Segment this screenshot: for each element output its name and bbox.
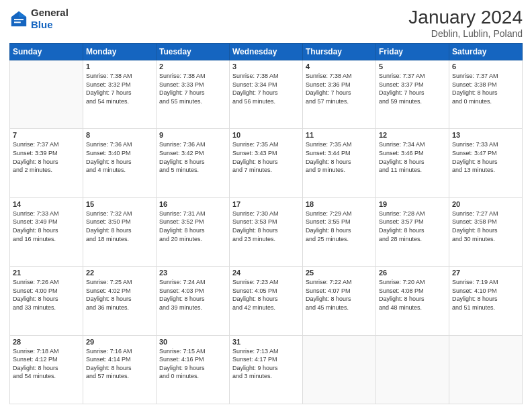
- day-cell: 24Sunrise: 7:23 AM Sunset: 4:05 PM Dayli…: [230, 267, 303, 335]
- day-number: 28: [13, 338, 80, 346]
- day-cell: 19Sunrise: 7:28 AM Sunset: 3:57 PM Dayli…: [376, 197, 449, 266]
- day-info: Sunrise: 7:35 AM Sunset: 3:43 PM Dayligh…: [232, 140, 300, 174]
- day-cell: 11Sunrise: 7:35 AM Sunset: 3:44 PM Dayli…: [303, 129, 376, 197]
- day-cell: 10Sunrise: 7:35 AM Sunset: 3:43 PM Dayli…: [230, 129, 303, 197]
- day-cell: 20Sunrise: 7:27 AM Sunset: 3:58 PM Dayli…: [449, 197, 523, 266]
- day-number: 21: [13, 269, 80, 277]
- day-info: Sunrise: 7:16 AM Sunset: 4:14 PM Dayligh…: [86, 347, 153, 381]
- day-cell: 7Sunrise: 7:37 AM Sunset: 3:39 PM Daylig…: [10, 129, 83, 197]
- day-number: 23: [159, 269, 226, 277]
- day-info: Sunrise: 7:35 AM Sunset: 3:44 PM Dayligh…: [306, 140, 373, 174]
- day-number: 16: [159, 200, 226, 208]
- day-info: Sunrise: 7:24 AM Sunset: 4:03 PM Dayligh…: [159, 278, 226, 312]
- day-info: Sunrise: 7:19 AM Sunset: 4:10 PM Dayligh…: [452, 278, 519, 312]
- day-number: 30: [159, 338, 226, 346]
- day-info: Sunrise: 7:33 AM Sunset: 3:47 PM Dayligh…: [452, 140, 519, 174]
- header-thursday: Thursday: [303, 44, 376, 60]
- day-cell: [376, 335, 449, 404]
- day-number: 15: [86, 200, 153, 208]
- day-cell: 5Sunrise: 7:37 AM Sunset: 3:37 PM Daylig…: [376, 60, 449, 129]
- day-cell: 26Sunrise: 7:20 AM Sunset: 4:08 PM Dayli…: [376, 267, 449, 335]
- day-number: 19: [379, 200, 446, 208]
- day-number: 3: [232, 62, 300, 71]
- day-info: Sunrise: 7:15 AM Sunset: 4:16 PM Dayligh…: [159, 347, 226, 381]
- day-cell: 25Sunrise: 7:22 AM Sunset: 4:07 PM Dayli…: [303, 267, 376, 335]
- day-info: Sunrise: 7:38 AM Sunset: 3:36 PM Dayligh…: [306, 72, 373, 105]
- title-block: January 2024 Deblin, Lublin, Poland: [408, 7, 523, 39]
- day-number: 6: [452, 62, 519, 71]
- day-number: 5: [379, 62, 446, 71]
- week-row-1: 7Sunrise: 7:37 AM Sunset: 3:39 PM Daylig…: [10, 129, 523, 197]
- day-cell: 1Sunrise: 7:38 AM Sunset: 3:32 PM Daylig…: [83, 60, 157, 129]
- day-info: Sunrise: 7:36 AM Sunset: 3:42 PM Dayligh…: [159, 140, 226, 174]
- day-cell: 3Sunrise: 7:38 AM Sunset: 3:34 PM Daylig…: [230, 60, 303, 129]
- day-info: Sunrise: 7:37 AM Sunset: 3:38 PM Dayligh…: [452, 72, 519, 105]
- day-number: 17: [232, 200, 300, 208]
- day-info: Sunrise: 7:37 AM Sunset: 3:37 PM Dayligh…: [379, 72, 446, 105]
- calendar: Sunday Monday Tuesday Wednesday Thursday…: [9, 43, 523, 404]
- day-cell: [10, 60, 83, 129]
- day-number: 24: [232, 269, 300, 277]
- day-number: 8: [86, 131, 153, 139]
- day-number: 4: [306, 62, 373, 71]
- day-cell: 27Sunrise: 7:19 AM Sunset: 4:10 PM Dayli…: [449, 267, 523, 335]
- day-cell: 31Sunrise: 7:13 AM Sunset: 4:17 PM Dayli…: [230, 335, 303, 404]
- week-row-2: 14Sunrise: 7:33 AM Sunset: 3:49 PM Dayli…: [10, 197, 523, 266]
- logo-general: General: [31, 7, 69, 18]
- day-cell: 13Sunrise: 7:33 AM Sunset: 3:47 PM Dayli…: [449, 129, 523, 197]
- day-info: Sunrise: 7:31 AM Sunset: 3:52 PM Dayligh…: [159, 210, 226, 243]
- day-number: 9: [159, 131, 226, 139]
- logo-text: General Blue: [31, 7, 69, 31]
- day-number: 10: [232, 131, 300, 139]
- page: General Blue January 2024 Deblin, Lublin…: [0, 0, 532, 411]
- day-info: Sunrise: 7:38 AM Sunset: 3:33 PM Dayligh…: [159, 72, 226, 105]
- day-info: Sunrise: 7:25 AM Sunset: 4:02 PM Dayligh…: [86, 278, 153, 312]
- day-info: Sunrise: 7:27 AM Sunset: 3:58 PM Dayligh…: [452, 210, 519, 243]
- day-info: Sunrise: 7:29 AM Sunset: 3:55 PM Dayligh…: [306, 210, 373, 243]
- day-number: 20: [452, 200, 519, 208]
- day-number: 26: [379, 269, 446, 277]
- logo-blue: Blue: [31, 19, 53, 30]
- week-row-0: 1Sunrise: 7:38 AM Sunset: 3:32 PM Daylig…: [10, 60, 523, 129]
- day-cell: [303, 335, 376, 404]
- day-cell: 18Sunrise: 7:29 AM Sunset: 3:55 PM Dayli…: [303, 197, 376, 266]
- day-number: 12: [379, 131, 446, 139]
- day-info: Sunrise: 7:28 AM Sunset: 3:57 PM Dayligh…: [379, 210, 446, 243]
- header-tuesday: Tuesday: [157, 44, 230, 60]
- weekday-header-row: Sunday Monday Tuesday Wednesday Thursday…: [10, 44, 523, 60]
- header-monday: Monday: [83, 44, 157, 60]
- day-info: Sunrise: 7:33 AM Sunset: 3:49 PM Dayligh…: [13, 210, 80, 243]
- day-number: 18: [306, 200, 373, 208]
- day-info: Sunrise: 7:13 AM Sunset: 4:17 PM Dayligh…: [232, 347, 300, 381]
- day-number: 31: [232, 338, 300, 346]
- day-info: Sunrise: 7:30 AM Sunset: 3:53 PM Dayligh…: [232, 210, 300, 243]
- day-info: Sunrise: 7:20 AM Sunset: 4:08 PM Dayligh…: [379, 278, 446, 312]
- logo-icon: [9, 9, 28, 28]
- day-cell: 12Sunrise: 7:34 AM Sunset: 3:46 PM Dayli…: [376, 129, 449, 197]
- day-cell: 22Sunrise: 7:25 AM Sunset: 4:02 PM Dayli…: [83, 267, 157, 335]
- main-title: January 2024: [408, 7, 523, 28]
- week-row-3: 21Sunrise: 7:26 AM Sunset: 4:00 PM Dayli…: [10, 267, 523, 335]
- day-cell: 15Sunrise: 7:32 AM Sunset: 3:50 PM Dayli…: [83, 197, 157, 266]
- day-cell: 23Sunrise: 7:24 AM Sunset: 4:03 PM Dayli…: [157, 267, 230, 335]
- day-cell: 9Sunrise: 7:36 AM Sunset: 3:42 PM Daylig…: [157, 129, 230, 197]
- day-cell: 29Sunrise: 7:16 AM Sunset: 4:14 PM Dayli…: [83, 335, 157, 404]
- day-number: 2: [159, 62, 226, 71]
- day-info: Sunrise: 7:37 AM Sunset: 3:39 PM Dayligh…: [13, 140, 80, 174]
- day-number: 14: [13, 200, 80, 208]
- day-info: Sunrise: 7:23 AM Sunset: 4:05 PM Dayligh…: [232, 278, 300, 312]
- day-cell: 2Sunrise: 7:38 AM Sunset: 3:33 PM Daylig…: [157, 60, 230, 129]
- week-row-4: 28Sunrise: 7:18 AM Sunset: 4:12 PM Dayli…: [10, 335, 523, 404]
- day-info: Sunrise: 7:26 AM Sunset: 4:00 PM Dayligh…: [13, 278, 80, 312]
- day-cell: 16Sunrise: 7:31 AM Sunset: 3:52 PM Dayli…: [157, 197, 230, 266]
- header: General Blue January 2024 Deblin, Lublin…: [9, 7, 523, 39]
- day-cell: 4Sunrise: 7:38 AM Sunset: 3:36 PM Daylig…: [303, 60, 376, 129]
- day-number: 29: [86, 338, 153, 346]
- header-sunday: Sunday: [10, 44, 83, 60]
- day-info: Sunrise: 7:34 AM Sunset: 3:46 PM Dayligh…: [379, 140, 446, 174]
- subtitle: Deblin, Lublin, Poland: [408, 28, 523, 39]
- day-info: Sunrise: 7:36 AM Sunset: 3:40 PM Dayligh…: [86, 140, 153, 174]
- header-friday: Friday: [376, 44, 449, 60]
- svg-rect-2: [14, 19, 24, 20]
- day-cell: 8Sunrise: 7:36 AM Sunset: 3:40 PM Daylig…: [83, 129, 157, 197]
